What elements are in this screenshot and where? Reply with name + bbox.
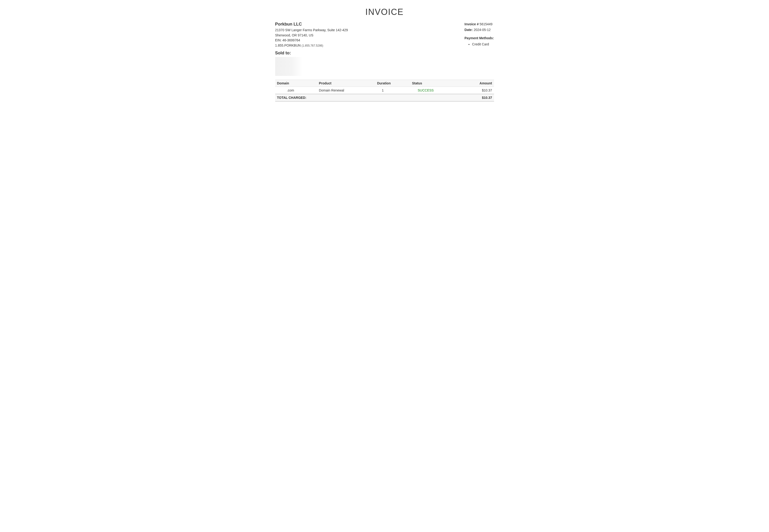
invoice-number-label: Invoice # xyxy=(465,22,479,26)
cell-duration: 1 xyxy=(375,87,410,94)
invoice-meta: Invoice # 5615449 Date: 2024-05-12 Payme… xyxy=(465,22,494,48)
invoice-number-line: Invoice # 5615449 xyxy=(465,22,494,27)
col-header-amount: Amount xyxy=(461,80,494,87)
header-row: Porkbun LLC 21370 SW Langer Farms Parkwa… xyxy=(275,22,494,48)
cell-status: SUCCESS xyxy=(410,87,461,94)
payment-methods-heading: Payment Methods: xyxy=(465,36,494,41)
invoice-date-line: Date: 2024-05-12 xyxy=(465,27,494,33)
col-header-duration: Duration xyxy=(375,80,410,87)
cell-domain: .com xyxy=(275,87,317,94)
company-phone-numeric: (1.855.767.5286) xyxy=(302,44,323,47)
company-phone: 1.855.PORKBUN (1.855.767.5286) xyxy=(275,43,465,48)
company-address-line2: Sherwood, OR 97140, US xyxy=(275,33,465,38)
table-row: .com Domain Renewal 1 SUCCESS $10.37 xyxy=(275,87,494,94)
sold-to-redacted-block xyxy=(275,57,302,76)
total-amount: $10.37 xyxy=(461,94,494,101)
payment-methods-list: Credit Card xyxy=(465,42,494,47)
invoice-date-value: 2024-05-12 xyxy=(474,28,491,32)
invoice-number-value: 5615449 xyxy=(480,22,493,26)
total-label: TOTAL CHARGED: xyxy=(275,94,462,101)
company-ein: EIN: 46-3699764 xyxy=(275,38,465,43)
total-row: TOTAL CHARGED: $10.37 xyxy=(275,94,494,101)
company-name: Porkbun LLC xyxy=(275,22,465,27)
table-header-row: Domain Product Duration Status Amount xyxy=(275,80,494,87)
sold-to-heading: Sold to: xyxy=(275,51,494,56)
payment-method-item: Credit Card xyxy=(472,42,494,47)
company-block: Porkbun LLC 21370 SW Langer Farms Parkwa… xyxy=(275,22,465,48)
col-header-status: Status xyxy=(410,80,461,87)
page-title: INVOICE xyxy=(231,7,538,17)
invoice-table: Domain Product Duration Status Amount .c… xyxy=(275,80,494,101)
company-address-line1: 21370 SW Langer Farms Parkway, Suite 142… xyxy=(275,28,465,33)
company-phone-vanity: 1.855.PORKBUN xyxy=(275,44,301,47)
invoice-date-label: Date: xyxy=(465,28,473,32)
invoice-container: Porkbun LLC 21370 SW Langer Farms Parkwa… xyxy=(275,22,494,101)
col-header-domain: Domain xyxy=(275,80,317,87)
cell-product: Domain Renewal xyxy=(317,87,375,94)
cell-amount: $10.37 xyxy=(461,87,494,94)
col-header-product: Product xyxy=(317,80,375,87)
